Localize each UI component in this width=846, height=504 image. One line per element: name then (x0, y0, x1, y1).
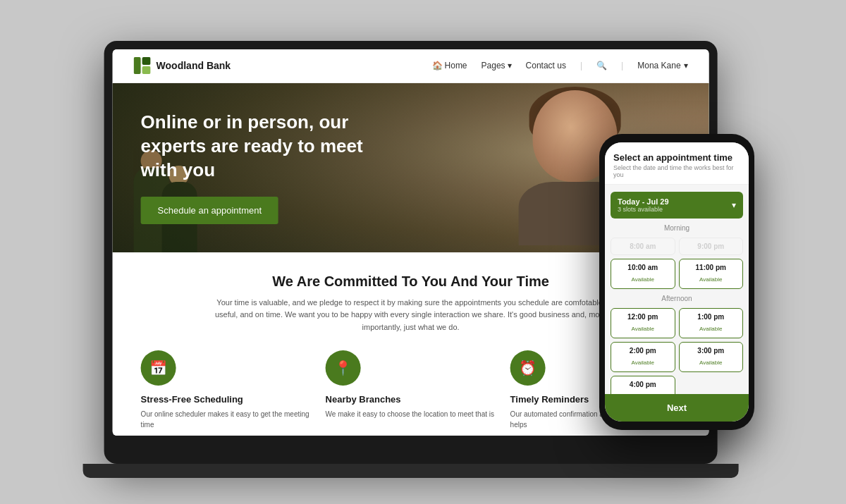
nav-contact[interactable]: Contact us (526, 61, 566, 70)
time-slot-11pm-status: Available (699, 276, 722, 283)
afternoon-label: Afternoon (611, 295, 743, 302)
time-slot-10am-time: 10:00 am (617, 264, 669, 271)
date-chevron-icon: ▾ (732, 200, 736, 210)
time-slot-3pm-status: Available (699, 359, 722, 366)
feature-title-reminders: Timely Reminders (510, 394, 589, 405)
time-slot-12pm[interactable]: 12:00 pm Available (611, 308, 675, 338)
feature-title-scheduling: Stress-Free Scheduling (141, 394, 243, 405)
navbar-nav: 🏠 Home Pages ▾ Contact us | 🔍 (432, 61, 688, 70)
phone-device: Select an appointment time Select the da… (599, 134, 754, 430)
feature-desc-scheduling: Our online scheduler makes it easy to ge… (141, 409, 312, 430)
scheduling-icon: 📅 (141, 350, 176, 386)
svg-rect-2 (142, 66, 151, 74)
time-slot-1pm-status: Available (699, 326, 722, 332)
phone-body: Today - Jul 29 3 slots available ▾ Morni… (605, 185, 749, 394)
date-selector[interactable]: Today - Jul 29 3 slots available ▾ (611, 192, 743, 219)
home-icon: 🏠 (432, 61, 443, 70)
phone-subtitle: Select the date and time the works best … (613, 164, 740, 178)
brand-name: Woodland Bank (157, 60, 231, 71)
user-name: Mona Kane (637, 61, 680, 70)
time-slot-8am[interactable]: 8:00 am (611, 238, 675, 255)
feature-item-branches: 📍 Nearby Branches We make it easy to cho… (326, 350, 496, 430)
feature-item-scheduling: 📅 Stress-Free Scheduling Our online sche… (141, 350, 312, 430)
date-info: Today - Jul 29 3 slots available (618, 197, 669, 213)
scene: Woodland Bank 🏠 Home Pages ▾ Contact us (0, 0, 846, 504)
time-slot-12pm-time: 12:00 pm (617, 313, 669, 321)
user-chevron-icon: ▾ (684, 61, 688, 70)
branches-icon: 📍 (326, 350, 361, 386)
morning-time-grid: 8:00 am 9:00 pm 10:00 am Available 11:00… (611, 238, 743, 289)
time-slot-12pm-status: Available (632, 326, 654, 332)
svg-rect-0 (134, 57, 141, 74)
schedule-appointment-button[interactable]: Schedule an appointment (141, 197, 278, 224)
phone-screen: Select an appointment time Select the da… (605, 142, 749, 422)
time-slot-1pm-time: 1:00 pm (685, 313, 737, 321)
time-slot-2pm[interactable]: 2:00 pm Available (611, 342, 675, 372)
feature-desc-branches: We make it easy to choose the location t… (326, 409, 494, 419)
time-slot-11pm[interactable]: 11:00 pm Available (679, 259, 744, 289)
time-slot-3pm[interactable]: 3:00 pm Available (679, 342, 744, 372)
phone-title: Select an appointment time (613, 152, 740, 163)
time-slot-8am-time: 8:00 am (617, 242, 669, 250)
nav-pages[interactable]: Pages ▾ (482, 61, 512, 70)
nav-divider: | (580, 61, 582, 70)
time-slot-10am-status: Available (632, 276, 654, 283)
nav-home[interactable]: 🏠 Home (432, 61, 467, 70)
phone-header: Select an appointment time Select the da… (605, 142, 749, 185)
time-slot-9pm-time: 9:00 pm (685, 242, 737, 250)
time-slot-2pm-status: Available (632, 359, 654, 366)
time-slot-4pm[interactable]: 4:00 pm Available (611, 376, 675, 394)
laptop-base (83, 464, 739, 478)
nav-user[interactable]: Mona Kane ▾ (637, 61, 687, 70)
search-icon: 🔍 (596, 61, 607, 70)
date-slots: 3 slots available (618, 206, 669, 213)
feature-title-branches: Nearby Branches (326, 394, 401, 405)
afternoon-time-grid: 12:00 pm Available 1:00 pm Available 2:0… (611, 308, 743, 394)
hero-title: Online or in person, our experts are rea… (141, 111, 381, 182)
time-slot-3pm-time: 3:00 pm (685, 347, 737, 355)
brand: Woodland Bank (134, 57, 231, 74)
time-slot-1pm[interactable]: 1:00 pm Available (679, 308, 744, 338)
reminders-icon: ⏰ (510, 350, 546, 386)
nav-search[interactable]: 🔍 (596, 61, 607, 70)
navbar: Woodland Bank 🏠 Home Pages ▾ Contact us (113, 49, 709, 83)
features-desc: Your time is valuable, and we pledge to … (214, 297, 608, 334)
time-slot-4pm-time: 4:00 pm (617, 381, 669, 388)
brand-logo (134, 57, 151, 74)
time-slot-10am[interactable]: 10:00 am Available (611, 259, 675, 289)
nav-divider-2: | (621, 61, 623, 70)
time-slot-11pm-time: 11:00 pm (685, 264, 737, 271)
time-slot-9pm[interactable]: 9:00 pm (679, 238, 744, 255)
next-button[interactable]: Next (605, 394, 749, 422)
time-slot-2pm-time: 2:00 pm (617, 347, 669, 355)
chevron-down-icon: ▾ (508, 61, 512, 70)
svg-rect-1 (142, 57, 151, 65)
date-label: Today - Jul 29 (618, 197, 669, 206)
morning-label: Morning (611, 224, 743, 232)
